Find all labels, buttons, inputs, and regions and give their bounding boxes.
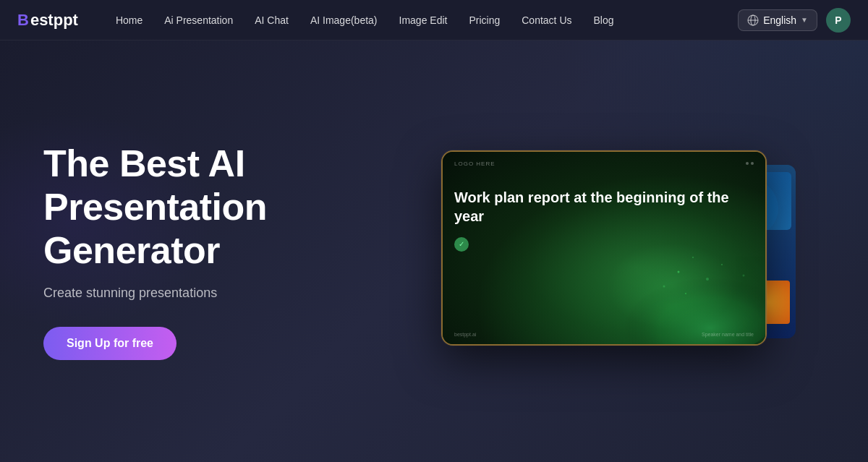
- language-label: English: [763, 14, 796, 26]
- nav-item-home[interactable]: Home: [107, 10, 151, 30]
- slide-heading: Work plan report at the beginning of the…: [454, 188, 754, 226]
- nav-right: English ▼ P: [738, 8, 851, 33]
- nav-item-blog[interactable]: Blog: [585, 10, 623, 30]
- slide-corner-dots: [746, 162, 754, 165]
- svg-point-3: [606, 257, 765, 344]
- nav-links: Home Ai Presentation AI Chat AI Image(be…: [107, 10, 738, 30]
- slide-content: Work plan report at the beginning of the…: [454, 188, 754, 252]
- chevron-down-icon: ▼: [801, 16, 808, 24]
- hero-left: The Best AI Presentation Generator Creat…: [43, 142, 391, 359]
- nav-item-ai-image-beta[interactable]: AI Image(beta): [302, 10, 386, 30]
- svg-point-7: [663, 285, 665, 287]
- svg-point-5: [692, 257, 694, 258]
- nav-item-contact-us[interactable]: Contact Us: [513, 10, 580, 30]
- hero-subtitle: Create stunning presentations: [43, 286, 391, 301]
- svg-point-8: [721, 264, 723, 265]
- nav-item-pricing[interactable]: Pricing: [460, 10, 509, 30]
- language-selector[interactable]: English ▼: [738, 9, 817, 31]
- hero-title: The Best AI Presentation Generator: [43, 142, 391, 272]
- hero-section: The Best AI Presentation Generator Creat…: [0, 40, 868, 462]
- slide-dot-1: [746, 162, 749, 165]
- signup-button[interactable]: Sign Up for free: [43, 327, 176, 360]
- slide-footer: bestppt.ai Speaker name and title: [454, 332, 754, 337]
- slide-dot-2: [751, 162, 754, 165]
- slide-check-icon: ✓: [454, 237, 469, 252]
- slide-footer-left: bestppt.ai: [454, 332, 476, 337]
- logo[interactable]: Bestppt: [17, 11, 78, 30]
- navbar: Bestppt Home Ai Presentation AI Chat AI …: [0, 0, 868, 40]
- slide-main-card: LOGO HERE Work plan report at the beginn…: [441, 150, 767, 346]
- svg-point-9: [685, 293, 686, 294]
- slide-header: LOGO HERE: [454, 161, 754, 167]
- slide-logo-text: LOGO HERE: [454, 161, 495, 167]
- svg-point-10: [743, 274, 745, 276]
- check-symbol: ✓: [459, 240, 464, 248]
- svg-point-6: [706, 278, 709, 281]
- logo-b: B: [17, 11, 29, 30]
- svg-point-4: [678, 270, 680, 273]
- user-avatar[interactable]: P: [826, 8, 851, 33]
- logo-rest: estppt: [30, 11, 78, 30]
- hero-right: LOGO HERE Work plan report at the beginn…: [391, 40, 825, 462]
- nav-item-image-edit[interactable]: Image Edit: [391, 10, 456, 30]
- nav-item-ai-chat[interactable]: AI Chat: [246, 10, 297, 30]
- slide-stack: LOGO HERE Work plan report at the beginn…: [441, 150, 774, 353]
- nav-item-ai-presentation[interactable]: Ai Presentation: [156, 10, 242, 30]
- globe-icon: [747, 14, 759, 26]
- slide-footer-right: Speaker name and title: [702, 332, 754, 337]
